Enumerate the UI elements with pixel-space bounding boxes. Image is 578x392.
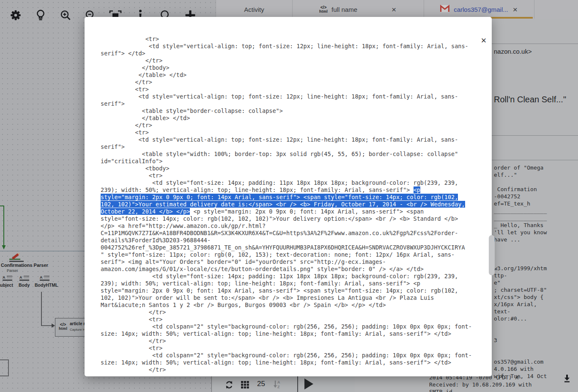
email-html-source[interactable]: <tr> <td style="vertical-align: top; fon… [85, 17, 492, 373]
code-before-selection: <tr> <td style="vertical-align: top; fon… [101, 36, 468, 193]
code-after-selection: <p style="margin: 2px 0 9px 0; font: 14p… [101, 208, 472, 373]
close-icon[interactable]: × [479, 36, 489, 46]
code-preview-modal: × <tr> <td style="vertical-align: top; f… [85, 17, 492, 376]
modal-scrollbar-thumb[interactable] [489, 235, 495, 275]
app-screen: Confirmations Parser Parser A A A [0, 0, 578, 392]
